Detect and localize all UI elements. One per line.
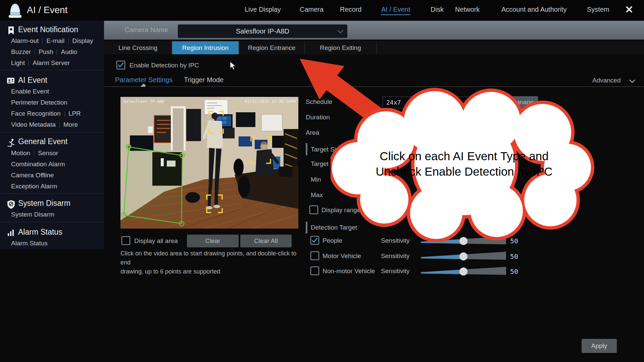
sidebar-item-camera-offline[interactable]: Camera Offline <box>11 172 54 179</box>
sidebar-divider <box>0 222 104 222</box>
section-divider <box>104 86 644 87</box>
drawing-hint-line2: drawing, up to 6 points are supported <box>120 267 302 276</box>
sidebar-item-push[interactable]: Push <box>39 48 53 56</box>
duration-input[interactable]: 30 <box>383 112 504 124</box>
area-label: Area <box>306 129 319 136</box>
schedule-input[interactable]: 24x7 <box>383 97 504 108</box>
drawing-hint-line1: Click on the video area to start drawing… <box>120 249 302 267</box>
nav-network[interactable]: Network <box>455 6 480 13</box>
tab-line-crossing[interactable]: Line Crossing <box>104 41 172 54</box>
non-motor-vehicle-checkbox[interactable] <box>310 266 319 275</box>
motor-vehicle-sensitivity-slider[interactable] <box>421 250 506 262</box>
tab-region-intrusion[interactable]: Region Intrusion <box>172 41 239 54</box>
motor-vehicle-label: Motor Vehicle <box>323 252 361 260</box>
non-motor-vehicle-label: Non-motor Vehicle <box>323 267 375 275</box>
advanced-toggle[interactable]: Advanced <box>592 77 621 84</box>
sidebar-row: Alarm Status <box>11 240 48 247</box>
camera-name-label: Camera Name <box>125 26 168 34</box>
sidebar-item-alarm-server[interactable]: Alarm Server <box>33 59 70 67</box>
alarm-status-icon <box>7 229 15 237</box>
sidebar-item-motion[interactable]: Motion <box>11 149 30 157</box>
sidebar-row: Buzzer Push Audio <box>11 48 77 56</box>
sidebar-item-light[interactable]: Light <box>11 59 25 67</box>
nav-record[interactable]: Record <box>340 6 361 13</box>
sidebar-item-email[interactable]: E-mail <box>46 37 64 45</box>
mouse-cursor-icon <box>230 61 237 70</box>
clear-button[interactable]: Clear <box>187 235 239 247</box>
sensitivity-label: Sensitivity <box>381 237 410 244</box>
schedule-value: 24x7 <box>386 99 401 106</box>
sidebar-item-buzzer[interactable]: Buzzer <box>11 48 31 56</box>
tab-region-exiting[interactable]: Region Exiting <box>305 41 377 54</box>
sidebar-item-alarm-out[interactable]: Alarm-out <box>11 37 39 45</box>
tab-trigger-mode[interactable]: Trigger Mode <box>184 76 224 84</box>
display-range-checkbox[interactable] <box>309 205 318 214</box>
sidebar-item-lpr[interactable]: LPR <box>68 110 81 117</box>
motor-vehicle-checkbox[interactable] <box>310 251 319 260</box>
sidebar-row: Exception Alarm <box>11 183 57 190</box>
close-icon[interactable]: ✕ <box>625 4 633 15</box>
non-motor-vehicle-sensitivity-slider[interactable] <box>421 265 506 277</box>
nav-account-authority[interactable]: Account and Authority <box>501 6 567 13</box>
bookmark-icon <box>7 26 15 35</box>
sidebar-item-video-metadata[interactable]: Video Metadata <box>11 121 56 128</box>
apply-button[interactable]: Apply <box>582 339 617 353</box>
sidebar-item-more[interactable]: More <box>63 121 78 128</box>
sidebar-item-face-recognition[interactable]: Face Recognition <box>11 110 61 117</box>
nav-ai-event[interactable]: AI / Event <box>381 6 410 15</box>
people-sensitivity-slider[interactable] <box>421 234 506 246</box>
sidebar-row: Combination Alarm <box>11 161 65 168</box>
clear-all-button[interactable]: Clear All <box>240 235 292 247</box>
sidebar-divider <box>0 132 104 132</box>
sidebar-item-alarm-status[interactable]: Alarm Status <box>11 240 48 247</box>
sidebar-section-event-notification[interactable]: Event Notification <box>18 25 78 34</box>
detection-target-label: Detection Target <box>311 224 357 231</box>
tab-region-entrance[interactable]: Region Entrance <box>239 41 305 54</box>
camera-select-value: Salesfloor IP-A8D <box>236 27 289 35</box>
people-checkbox[interactable] <box>310 236 319 245</box>
callout-line2: Uncheck Enable Detection by IPC <box>376 165 552 178</box>
sidebar-item-combination-alarm[interactable]: Combination Alarm <box>11 161 65 168</box>
nav-system[interactable]: System <box>587 6 609 13</box>
sidebar-section-ai-event[interactable]: AI Event <box>18 76 47 85</box>
tutorial-callout-cloud: Click on each AI Event Type and Uncheck … <box>331 88 596 242</box>
sidebar-row: Face Recognition LPR <box>11 110 81 117</box>
sidebar-item-sensor[interactable]: Sensor <box>38 149 58 157</box>
nav-live-display[interactable]: Live Display <box>245 6 281 13</box>
sidebar-row: System Disarm <box>11 211 54 218</box>
people-label: People <box>323 237 342 244</box>
nav-camera[interactable]: Camera <box>300 6 324 13</box>
camera-preview[interactable]: Salesfloor IP-A8D 02/17/2025 12:39:50PM <box>120 97 298 229</box>
sidebar-item-perimeter-detection[interactable]: Perimeter Detection <box>11 99 67 106</box>
enable-detection-checkbox[interactable] <box>116 61 125 69</box>
tab-parameter-settings[interactable]: Parameter Settings <box>115 76 172 84</box>
sidebar-item-exception-alarm[interactable]: Exception Alarm <box>11 183 57 190</box>
sidebar-row: Enable Event <box>11 88 49 95</box>
shield-disarm-icon <box>7 200 15 209</box>
sidebar-section-system-disarm[interactable]: System Disarm <box>18 199 70 208</box>
sidebar-item-display[interactable]: Display <box>72 37 93 45</box>
sidebar-row: Motion Sensor <box>11 149 58 157</box>
motion-event-icon <box>7 138 16 147</box>
sidebar-section-general-event[interactable]: General Event <box>18 137 67 146</box>
display-all-area-checkbox[interactable] <box>121 236 130 245</box>
camera-select[interactable]: Salesfloor IP-A8D <box>178 24 347 38</box>
sidebar-item-enable-event[interactable]: Enable Event <box>11 88 49 95</box>
sidebar-item-audio[interactable]: Audio <box>61 48 77 56</box>
nav-disk[interactable]: Disk <box>431 6 444 13</box>
sensitivity-label: Sensitivity <box>381 252 410 260</box>
intrusion-region-polygon[interactable] <box>124 147 182 224</box>
sidebar-row: Perimeter Detection <box>11 99 67 106</box>
sidebar-section-alarm-status[interactable]: Alarm Status <box>18 228 62 237</box>
chevron-down-icon <box>630 77 635 83</box>
page-title: AI / Event <box>27 5 67 15</box>
ai-event-settings-screen: AI / Event Live Display Camera Record AI… <box>0 0 644 362</box>
manage-button[interactable]: Manage <box>507 96 538 108</box>
sidebar-divider <box>0 193 104 194</box>
osd-timestamp: 02/17/2025 12:39:50PM <box>245 99 296 104</box>
non-motor-vehicle-sensitivity-value: 50 <box>510 267 518 276</box>
sidebar-divider <box>0 70 104 70</box>
sidebar-item-system-disarm[interactable]: System Disarm <box>11 211 54 218</box>
siren-icon <box>7 2 23 19</box>
callout-line1: Click on each AI Event Type and <box>380 149 548 163</box>
